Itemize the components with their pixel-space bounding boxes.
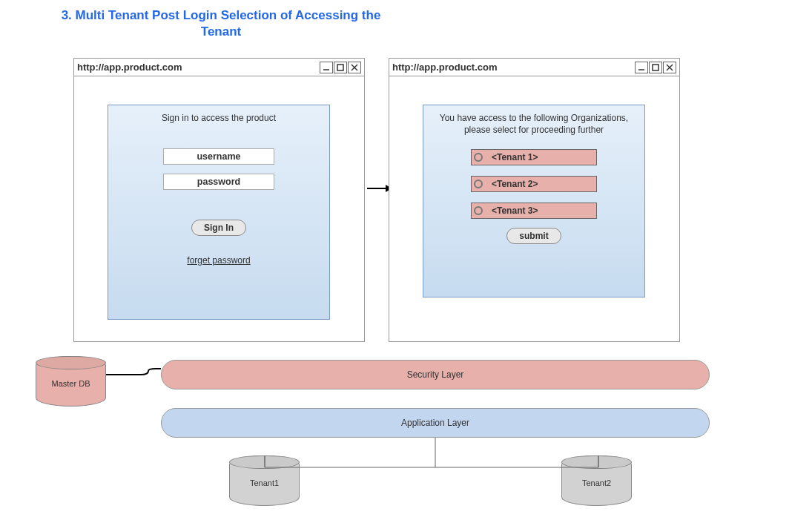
window-controls bbox=[320, 62, 361, 73]
submit-button[interactable]: submit bbox=[506, 228, 561, 244]
forget-password-link[interactable]: forget password bbox=[108, 255, 329, 266]
database-tenant1: Tenant1 bbox=[229, 455, 300, 506]
radio-icon bbox=[474, 180, 483, 188]
username-input[interactable]: username bbox=[163, 148, 274, 165]
flow-arrow-icon bbox=[367, 188, 386, 189]
maximize-icon[interactable] bbox=[649, 62, 662, 73]
database-label: Master DB bbox=[52, 379, 90, 388]
tenant-option-2[interactable]: <Tenant 2> bbox=[471, 176, 597, 192]
browser-url-text: http://app.product.com bbox=[392, 62, 498, 73]
layer-label: Application Layer bbox=[401, 418, 469, 428]
tenant-option-label: <Tenant 1> bbox=[492, 152, 538, 162]
window-controls bbox=[635, 62, 676, 73]
maximize-icon[interactable] bbox=[334, 62, 347, 73]
signin-panel: Sign in to access the product username p… bbox=[108, 105, 330, 320]
database-tenant2: Tenant2 bbox=[561, 455, 632, 506]
browser-url-text: http://app.product.com bbox=[77, 62, 182, 73]
browser-address-bar: http://app.product.com bbox=[389, 59, 679, 76]
tenant-option-3[interactable]: <Tenant 3> bbox=[471, 203, 597, 219]
minimize-icon[interactable] bbox=[635, 62, 648, 73]
database-label: Tenant1 bbox=[250, 478, 279, 487]
diagram-title: 3. Multi Tenant Post Login Selection of … bbox=[43, 7, 399, 40]
signin-button[interactable]: Sign In bbox=[191, 220, 246, 236]
close-icon[interactable] bbox=[663, 62, 676, 73]
tenant-select-panel: You have access to the following Organiz… bbox=[423, 105, 645, 297]
browser-window-tenant-select: http://app.product.com You have access t… bbox=[389, 58, 680, 342]
tenant-panel-title: You have access to the following Organiz… bbox=[423, 113, 644, 136]
browser-address-bar: http://app.product.com bbox=[74, 59, 364, 76]
svg-rect-1 bbox=[337, 65, 343, 70]
password-input[interactable]: password bbox=[163, 174, 274, 190]
close-icon[interactable] bbox=[348, 62, 361, 73]
svg-rect-5 bbox=[653, 65, 658, 70]
radio-icon bbox=[474, 153, 483, 162]
minimize-icon[interactable] bbox=[320, 62, 333, 73]
security-layer: Security Layer bbox=[161, 360, 710, 389]
tenant-option-label: <Tenant 2> bbox=[492, 179, 538, 189]
tenant-option-1[interactable]: <Tenant 1> bbox=[471, 149, 597, 165]
layer-label: Security Layer bbox=[407, 369, 464, 380]
application-layer: Application Layer bbox=[161, 408, 710, 438]
tenant-option-label: <Tenant 3> bbox=[492, 205, 538, 216]
database-label: Tenant2 bbox=[582, 478, 611, 487]
database-master: Master DB bbox=[36, 356, 106, 407]
browser-window-signin: http://app.product.com Sign in to access… bbox=[73, 58, 365, 342]
radio-icon bbox=[474, 206, 483, 215]
signin-panel-title: Sign in to access the product bbox=[108, 113, 329, 123]
